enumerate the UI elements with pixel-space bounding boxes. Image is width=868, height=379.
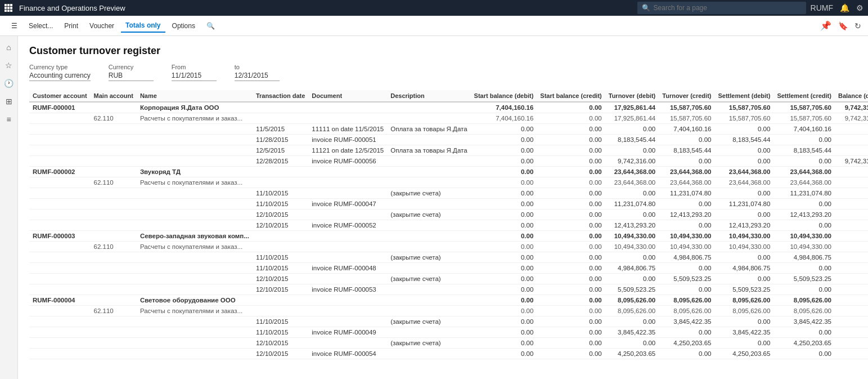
cell-description: (закрытие счета) xyxy=(387,338,470,349)
table-row[interactable]: 11/10/2015(закрытие счета)0.000.000.0011… xyxy=(29,188,868,199)
home-icon[interactable]: ⌂ xyxy=(4,41,13,54)
cell-sb-credit: 0.00 xyxy=(537,284,605,295)
table-row[interactable]: 12/10/2015(закрытие счета)0.000.000.004,… xyxy=(29,338,868,349)
sidebar: ⌂ ☆ 🕐 ⊞ ≡ xyxy=(0,36,18,379)
col-sb-credit: Start balance (credit) xyxy=(537,90,605,102)
table-row[interactable]: 12/5/201511121 on date 12/5/2015Оплата з… xyxy=(29,145,868,156)
cell-customer-account xyxy=(29,156,91,167)
table-row[interactable]: RUMF-000004Световое оборудование ООО0.00… xyxy=(29,295,868,306)
cell-s-debit: 3,845,422.35 xyxy=(714,327,773,338)
table-row[interactable]: 11/10/2015invoice RUMF-0000480.000.004,9… xyxy=(29,263,868,274)
table-row[interactable]: 11/10/2015(закрытие счета)0.000.000.004,… xyxy=(29,252,868,263)
table-row[interactable]: 62.110Расчеты с покупателями и заказ...0… xyxy=(29,242,868,252)
col-b-debit: Balance (debit) xyxy=(835,90,868,102)
cell-s-credit: 0.00 xyxy=(773,135,835,145)
cell-name: Расчеты с покупателями и заказ... xyxy=(137,306,253,316)
cell-s-credit: 0.00 xyxy=(773,327,835,338)
table-row[interactable]: 11/10/2015invoice RUMF-0000470.000.0011,… xyxy=(29,199,868,209)
from-value[interactable]: 11/1/2015 xyxy=(172,72,217,81)
currency-value[interactable]: RUB xyxy=(109,72,154,81)
hamburger-btn[interactable]: ☰ xyxy=(7,20,22,32)
table-row[interactable]: 62.110Расчеты с покупателями и заказ...7… xyxy=(29,113,868,124)
cell-customer-account xyxy=(29,306,91,316)
cell-main-account: 62.110 xyxy=(91,177,137,188)
cell-description xyxy=(387,284,470,295)
cell-s-debit: 0.00 xyxy=(714,338,773,349)
cell-b-debit: 0.00 xyxy=(835,135,868,145)
table-row[interactable]: RUMF-000003Северо-западная звуковая комп… xyxy=(29,231,868,242)
table-row[interactable]: 12/10/2015(закрытие счета)0.000.000.0012… xyxy=(29,209,868,220)
pin-icon[interactable]: 📌 xyxy=(820,20,831,31)
cell-t-debit: 10,494,330.00 xyxy=(605,231,659,242)
recent-icon[interactable]: 🕐 xyxy=(2,77,16,90)
cell-main-account xyxy=(91,199,137,209)
svg-rect-4 xyxy=(7,7,10,9)
col-s-credit: Settlement (credit) xyxy=(773,90,835,102)
cell-t-credit: 0.00 xyxy=(659,349,714,359)
table-row[interactable]: 11/28/2015invoice RUMF-0000510.000.008,1… xyxy=(29,135,868,145)
cell-s-credit: 0.00 xyxy=(773,156,835,167)
cell-description xyxy=(387,220,470,231)
table-row[interactable]: 12/10/2015invoice RUMF-0000540.000.004,2… xyxy=(29,349,868,359)
menu-icon[interactable]: ≡ xyxy=(4,113,13,126)
table-row[interactable]: 12/10/2015(закрытие счета)0.000.000.005,… xyxy=(29,274,868,284)
cell-s-credit: 0.00 xyxy=(773,284,835,295)
star-icon[interactable]: ☆ xyxy=(3,59,15,72)
table-row[interactable]: 62.110Расчеты с покупателями и заказ...0… xyxy=(29,306,868,316)
cell-customer-account xyxy=(29,177,91,188)
cell-name xyxy=(137,263,253,274)
cell-t-debit: 0.00 xyxy=(605,188,659,199)
cell-s-debit: 8,095,626.00 xyxy=(714,306,773,316)
options-btn[interactable]: Options xyxy=(168,20,200,32)
toolbar-search-icon[interactable]: 🔍 xyxy=(206,22,215,30)
cell-customer-account: RUMF-000004 xyxy=(29,295,91,306)
bell-icon[interactable]: 🔔 xyxy=(840,3,849,12)
cell-date: 12/28/2015 xyxy=(253,156,308,167)
table-row[interactable]: RUMF-000002Звукоряд ТД0.000.0023,644,368… xyxy=(29,167,868,177)
table-row[interactable]: 11/10/2015(закрытие счета)0.000.000.003,… xyxy=(29,316,868,327)
cell-sb-credit: 0.00 xyxy=(537,327,605,338)
print-btn[interactable]: Print xyxy=(60,20,83,32)
table-row[interactable]: 62.110Расчеты с покупателями и заказ...0… xyxy=(29,177,868,188)
voucher-btn[interactable]: Voucher xyxy=(85,20,119,32)
cell-sb-debit: 0.00 xyxy=(471,135,537,145)
table-row[interactable]: 12/28/2015invoice RUMF-0000560.000.009,7… xyxy=(29,156,868,167)
cell-name xyxy=(137,338,253,349)
cell-s-debit: 8,095,626.00 xyxy=(714,295,773,306)
refresh-icon[interactable]: ↻ xyxy=(854,21,861,30)
col-main-account: Main account xyxy=(91,90,137,102)
cell-description: (закрытие счета) xyxy=(387,274,470,284)
cell-sb-debit: 0.00 xyxy=(471,177,537,188)
table-row[interactable]: 11/5/201511111 on date 11/5/2015Оплата з… xyxy=(29,124,868,135)
grid-icon[interactable] xyxy=(5,4,12,12)
settings-icon[interactable]: ⚙ xyxy=(856,3,863,12)
cell-s-debit: 4,250,203.65 xyxy=(714,349,773,359)
to-value[interactable]: 12/31/2015 xyxy=(235,72,280,81)
cell-sb-credit: 0.00 xyxy=(537,177,605,188)
user-label: RUMF xyxy=(811,3,833,12)
cell-t-debit: 8,183,545.44 xyxy=(605,135,659,145)
workspace-icon[interactable]: ⊞ xyxy=(3,95,15,108)
cell-sb-credit: 0.00 xyxy=(537,263,605,274)
cell-main-account xyxy=(91,220,137,231)
cell-customer-account: RUMF-000003 xyxy=(29,231,91,242)
search-bar[interactable]: 🔍 xyxy=(637,2,806,14)
currency-type-value[interactable]: Accounting currency xyxy=(29,72,91,81)
cell-document xyxy=(308,316,387,327)
totals-btn[interactable]: Totals only xyxy=(121,19,165,33)
bookmark-icon[interactable]: 🔖 xyxy=(838,21,848,30)
search-input[interactable] xyxy=(654,4,802,12)
select-btn[interactable]: Select... xyxy=(24,20,57,32)
cell-s-debit: 0.00 xyxy=(714,252,773,263)
table-row[interactable]: 12/10/2015invoice RUMF-0000520.000.0012,… xyxy=(29,220,868,231)
table-row[interactable]: 11/10/2015invoice RUMF-0000490.000.003,8… xyxy=(29,327,868,338)
cell-t-debit: 23,644,368.00 xyxy=(605,177,659,188)
cell-document: 11121 on date 12/5/2015 xyxy=(308,145,387,156)
cell-sb-credit: 0.00 xyxy=(537,338,605,349)
cell-s-credit: 23,644,368.00 xyxy=(773,177,835,188)
cell-b-debit: 0.00 xyxy=(835,242,868,252)
table-row[interactable]: RUMF-000001Корпорация Я.Дата ООО7,404,16… xyxy=(29,102,868,113)
cell-description xyxy=(387,167,470,177)
table-row[interactable]: 12/10/2015invoice RUMF-0000530.000.005,5… xyxy=(29,284,868,295)
cell-s-debit: 23,644,368.00 xyxy=(714,177,773,188)
